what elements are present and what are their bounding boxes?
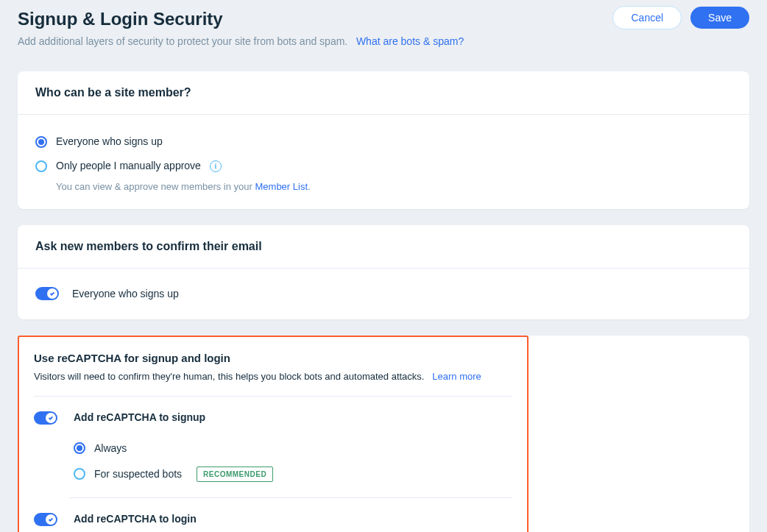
help-link-bots-spam[interactable]: What are bots & spam? xyxy=(356,35,464,47)
save-button[interactable]: Save xyxy=(690,7,749,29)
recaptcha-signup-group: Add reCAPTCHA to signup Always For suspe… xyxy=(34,410,512,487)
divider xyxy=(34,396,512,397)
recaptcha-subtitle: Visitors will need to confirm they're hu… xyxy=(34,369,512,384)
info-icon[interactable]: i xyxy=(210,160,222,172)
recaptcha-highlight: Use reCAPTCHA for signup and login Visit… xyxy=(18,336,529,533)
page-header: Signup & Login Security Add additional l… xyxy=(18,6,749,49)
toggle-recaptcha-signup[interactable] xyxy=(34,411,57,425)
page-title: Signup & Login Security xyxy=(18,6,612,32)
radio-signup-always[interactable] xyxy=(74,442,85,454)
toggle-recaptcha-login[interactable] xyxy=(34,513,57,526)
check-icon xyxy=(47,288,57,299)
helper-suffix: . xyxy=(308,181,311,192)
check-icon xyxy=(46,514,56,525)
learn-more-link[interactable]: Learn more xyxy=(432,371,481,382)
recaptcha-login-group: Add reCAPTCHA to login Always For suspec… xyxy=(34,511,512,533)
check-icon xyxy=(46,413,56,423)
radio-signup-suspected[interactable] xyxy=(74,468,85,480)
radio-manual-approve[interactable] xyxy=(35,160,47,172)
site-member-title: Who can be a site member? xyxy=(35,84,732,102)
toggle-confirm-email-label: Everyone who signs up xyxy=(72,286,179,302)
page-subtitle-text: Add additional layers of security to pro… xyxy=(18,35,347,47)
member-list-link[interactable]: Member List xyxy=(255,181,308,192)
radio-everyone-signs-up[interactable] xyxy=(35,136,47,148)
divider xyxy=(69,497,512,498)
recaptcha-subtitle-text: Visitors will need to confirm they're hu… xyxy=(34,371,424,382)
radio-everyone-label: Everyone who signs up xyxy=(56,134,163,149)
recaptcha-login-title: Add reCAPTCHA to login xyxy=(74,511,512,527)
site-member-card: Who can be a site member? Everyone who s… xyxy=(18,71,749,209)
confirm-email-title: Ask new members to confirm their email xyxy=(35,238,732,255)
radio-manual-approve-label: Only people I manually approve xyxy=(56,158,201,174)
recaptcha-signup-title: Add reCAPTCHA to signup xyxy=(74,410,512,425)
cancel-button[interactable]: Cancel xyxy=(612,6,682,29)
recaptcha-title: Use reCAPTCHA for signup and login xyxy=(34,350,512,367)
recommended-badge: RECOMMENDED xyxy=(197,467,273,482)
toggle-confirm-email[interactable] xyxy=(35,287,59,300)
recaptcha-card: Use reCAPTCHA for signup and login Visit… xyxy=(18,336,749,533)
radio-signup-suspected-label: For suspected bots xyxy=(94,467,182,482)
radio-signup-always-label: Always xyxy=(94,441,127,456)
confirm-email-card: Ask new members to confirm their email E… xyxy=(18,225,749,319)
manual-approve-helper: You can view & approve new members in yo… xyxy=(56,180,732,194)
helper-prefix: You can view & approve new members in yo… xyxy=(56,181,255,192)
page-subtitle: Add additional layers of security to pro… xyxy=(18,34,612,49)
